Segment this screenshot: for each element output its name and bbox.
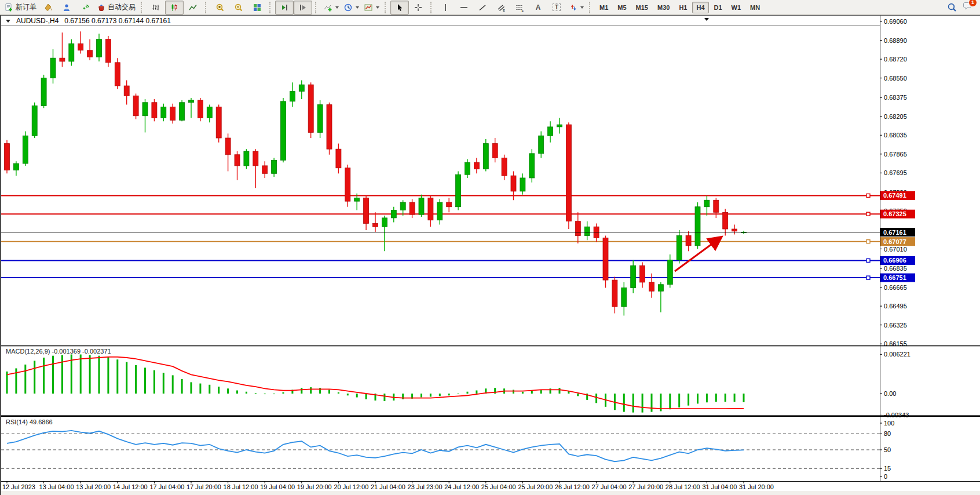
label-tool-button[interactable]: T — [547, 1, 566, 14]
svg-text:13 Jul 20:00: 13 Jul 20:00 — [76, 483, 111, 490]
svg-text:0.68375: 0.68375 — [884, 94, 907, 101]
toolbar-separator — [385, 2, 387, 13]
arrows-tool-button[interactable] — [566, 1, 586, 14]
paint-bucket-button[interactable] — [39, 1, 57, 14]
signal-icon — [81, 3, 90, 12]
autotrade-icon — [97, 3, 106, 12]
templates-button[interactable] — [361, 1, 382, 14]
periods-button[interactable] — [341, 1, 361, 14]
fibonacci-button[interactable]: F — [510, 1, 529, 14]
chart-marker-icon — [704, 18, 709, 21]
autoscroll-button[interactable] — [275, 1, 294, 14]
svg-text:19 Jul 20:00: 19 Jul 20:00 — [297, 483, 332, 490]
crosshair-button[interactable] — [409, 1, 427, 14]
svg-text:100: 100 — [884, 420, 894, 427]
svg-text:31 Jul 20:00: 31 Jul 20:00 — [739, 483, 774, 490]
new-order-button[interactable]: 新订单 — [2, 1, 39, 14]
timeframe-m15[interactable]: M15 — [632, 2, 652, 13]
bar-chart-button[interactable] — [147, 1, 165, 14]
zoom-out-button[interactable] — [229, 1, 248, 14]
timeframe-h4[interactable]: H4 — [692, 2, 708, 13]
macd-indicator-label: MACD(12,26,9) -0.001369 -0.002371 — [6, 348, 111, 355]
channel-button[interactable]: E — [492, 1, 510, 14]
notification-badge: 1 — [968, 0, 977, 7]
autotrade-button[interactable]: 自动交易 — [94, 1, 138, 14]
chart-canvas[interactable]: 0.690600.688900.687200.685500.683750.682… — [1, 15, 980, 495]
arrows-icon — [568, 3, 577, 12]
text-tool-button[interactable]: A — [529, 1, 547, 14]
new-order-label: 新订单 — [16, 2, 36, 12]
symbol-dropdown-icon[interactable] — [6, 20, 10, 23]
svg-text:-0.00343: -0.00343 — [884, 412, 909, 418]
timeframe-group: M1M5M15M30H1H4D1W1MN — [595, 2, 765, 13]
chevron-down-icon — [335, 6, 339, 9]
timeframe-m30[interactable]: M30 — [653, 2, 674, 13]
svg-text:0.006221: 0.006221 — [884, 351, 910, 358]
svg-text:0.00: 0.00 — [884, 390, 896, 397]
toolbar-right-tools: 1 — [947, 1, 978, 14]
line-chart-button[interactable] — [184, 1, 202, 14]
panel-frame — [1, 16, 980, 482]
toolbar-separator — [315, 2, 318, 13]
horizontal-line-button[interactable] — [455, 1, 473, 14]
paint-bucket-icon — [43, 3, 53, 12]
fibonacci-icon: F — [515, 3, 524, 12]
svg-text:0.67865: 0.67865 — [884, 151, 907, 158]
candlestick-icon — [170, 3, 179, 12]
new-order-icon — [5, 3, 14, 12]
line-handle[interactable] — [866, 194, 870, 197]
svg-text:0.66155: 0.66155 — [884, 340, 907, 347]
timeframe-d1[interactable]: D1 — [710, 2, 726, 13]
timeframe-w1[interactable]: W1 — [727, 2, 745, 13]
svg-text:0.68550: 0.68550 — [884, 75, 907, 82]
line-handle[interactable] — [866, 240, 870, 243]
line-handle[interactable] — [866, 259, 870, 262]
bar-chart-icon — [151, 3, 160, 12]
chat-button[interactable]: 1 — [962, 1, 973, 14]
timeframe-m1[interactable]: M1 — [595, 2, 612, 13]
indicators-button[interactable] — [321, 1, 341, 14]
svg-text:12 Jul 2023: 12 Jul 2023 — [2, 483, 35, 490]
svg-text:17 Jul 20:00: 17 Jul 20:00 — [187, 483, 221, 490]
chevron-down-icon — [376, 6, 379, 9]
svg-text:0.67695: 0.67695 — [884, 169, 907, 176]
svg-text:25 Jul 20:00: 25 Jul 20:00 — [518, 483, 553, 490]
profile-icon — [62, 3, 71, 12]
timeframe-mn[interactable]: MN — [746, 2, 764, 13]
svg-text:0.67077: 0.67077 — [883, 238, 906, 245]
toolbar-separator — [205, 2, 208, 13]
line-handle[interactable] — [866, 276, 870, 279]
svg-text:0.66665: 0.66665 — [884, 284, 907, 291]
timeframe-h1[interactable]: H1 — [675, 2, 691, 13]
clock-icon — [343, 3, 353, 12]
indicators-icon — [323, 3, 332, 12]
timeframe-m5[interactable]: M5 — [613, 2, 630, 13]
toolbar-separator — [269, 2, 272, 13]
svg-text:E: E — [503, 9, 505, 12]
chart-shift-button[interactable] — [294, 1, 312, 14]
trendline-button[interactable] — [473, 1, 492, 14]
signal-button[interactable] — [76, 1, 94, 14]
search-icon[interactable] — [947, 2, 957, 13]
label-tool-icon: T — [553, 3, 561, 11]
cursor-button[interactable] — [390, 1, 409, 14]
templates-icon — [364, 3, 373, 12]
chart-title: AUDUSD-,H4 — [16, 17, 58, 25]
candles-layer — [5, 31, 747, 315]
svg-text:17 Jul 04:00: 17 Jul 04:00 — [149, 483, 184, 490]
chevron-down-icon — [356, 6, 359, 9]
vertical-line-button[interactable] — [436, 1, 455, 14]
price-axis: 0.690600.688900.687200.685500.683750.682… — [880, 18, 910, 480]
rsi-indicator-label: RSI(14) 49.6866 — [6, 418, 53, 425]
svg-text:0.67010: 0.67010 — [884, 246, 907, 253]
svg-text:31 Jul 04:00: 31 Jul 04:00 — [702, 483, 737, 490]
tile-windows-button[interactable] — [248, 1, 266, 14]
text-tool-icon: A — [536, 3, 541, 12]
autoscroll-icon — [280, 3, 289, 12]
profile-button[interactable] — [57, 1, 76, 14]
line-handle[interactable] — [866, 212, 870, 216]
candlestick-button[interactable] — [165, 1, 184, 14]
chevron-down-icon — [580, 6, 584, 9]
zoom-in-button[interactable] — [211, 1, 229, 14]
main-toolbar: 新订单 自动交易 E F A T M1M5M15M30H1H4D1W1MN 1 — [0, 0, 980, 15]
